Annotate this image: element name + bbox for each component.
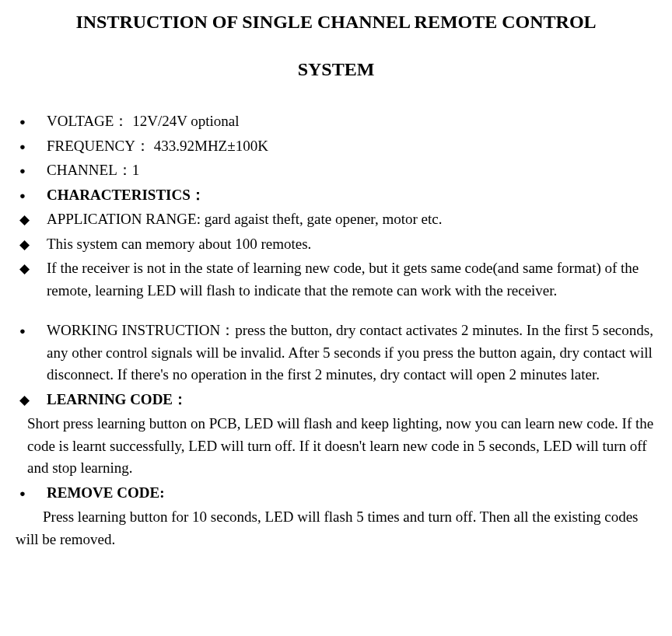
remove-code-text: Press learning button for 10 seconds, LE… [16, 506, 656, 550]
application-text: APPLICATION RANGE: gard agaist theft, ga… [47, 208, 656, 231]
diamond-bullet-icon: ◆ [16, 389, 47, 411]
list-item: ● WORKING INSTRUCTION：press the button, … [16, 320, 656, 386]
circle-bullet-icon: ● [16, 135, 47, 158]
frequency-text: FREQUENCY： 433.92MHZ±100K [47, 135, 656, 158]
circle-bullet-icon: ● [16, 482, 47, 505]
diamond-bullet-icon: ◆ [16, 257, 47, 302]
list-item: ● CHARACTERISTICS： [16, 184, 656, 207]
list-item: ◆ LEARNING CODE： [16, 389, 656, 411]
learning-code-text: Short press learning button on PCB, LED … [27, 413, 656, 480]
circle-bullet-icon: ● [16, 320, 47, 386]
characteristics-label: CHARACTERISTICS： [47, 184, 656, 207]
doc-title: INSTRUCTION OF SINGLE CHANNEL REMOTE CON… [16, 8, 656, 36]
circle-bullet-icon: ● [16, 110, 47, 133]
list-item: ◆ If the receiver is not in the state of… [16, 257, 656, 302]
list-item: ◆ This system can memory about 100 remot… [16, 233, 656, 256]
working-text: WORKING INSTRUCTION：press the button, dr… [47, 320, 656, 386]
diamond-bullet-icon: ◆ [16, 208, 47, 231]
list-item: ◆ APPLICATION RANGE: gard agaist theft, … [16, 208, 656, 231]
diamond-bullet-icon: ◆ [16, 233, 47, 256]
list-item: ● FREQUENCY： 433.92MHZ±100K [16, 135, 656, 158]
list-item: ● CHANNEL：1 [16, 159, 656, 182]
voltage-text: VOLTAGE： 12V/24V optional [47, 110, 656, 133]
remove-code-label: REMOVE CODE: [47, 482, 656, 505]
list-item: ● VOLTAGE： 12V/24V optional [16, 110, 656, 133]
list-item: ● REMOVE CODE: [16, 482, 656, 505]
channel-text: CHANNEL：1 [47, 159, 656, 182]
receiver-text: If the receiver is not in the state of l… [47, 257, 656, 302]
doc-subtitle: SYSTEM [16, 55, 656, 83]
memory-text: This system can memory about 100 remotes… [47, 233, 656, 256]
learning-code-label: LEARNING CODE： [47, 389, 656, 411]
circle-bullet-icon: ● [16, 159, 47, 182]
circle-bullet-icon: ● [16, 184, 47, 207]
